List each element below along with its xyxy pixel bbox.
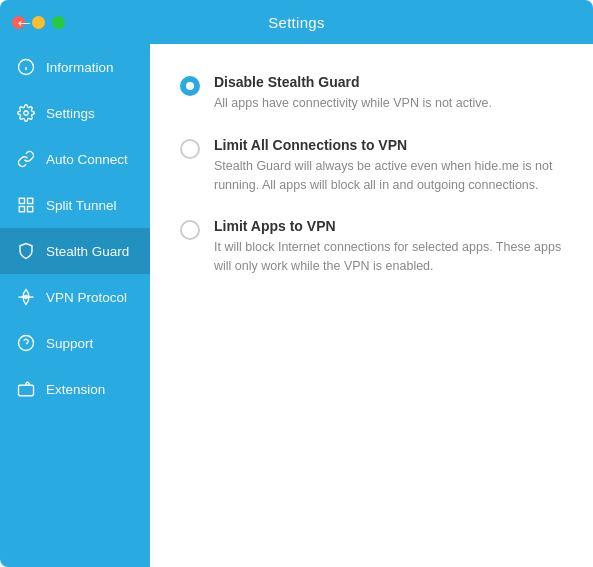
option-limit-all-text: Limit All Connections to VPN Stealth Gua… (214, 137, 563, 195)
link-icon (16, 149, 36, 169)
option-limit-apps-title: Limit Apps to VPN (214, 218, 563, 234)
info-icon (16, 57, 36, 77)
sidebar-item-settings[interactable]: Settings (0, 90, 150, 136)
option-limit-apps: Limit Apps to VPN It will block Internet… (180, 218, 563, 276)
option-limit-all-desc: Stealth Guard will always be active even… (214, 157, 563, 195)
svg-rect-11 (19, 385, 34, 396)
option-limit-apps-desc: It will block Internet connections for s… (214, 238, 563, 276)
radio-limit-apps[interactable] (180, 220, 200, 240)
help-icon (16, 333, 36, 353)
sidebar-item-split-tunnel[interactable]: Split Tunnel (0, 182, 150, 228)
network-icon (16, 287, 36, 307)
puzzle-icon (16, 379, 36, 399)
shield-icon (16, 241, 36, 261)
sidebar-item-information[interactable]: Information (0, 44, 150, 90)
svg-rect-7 (28, 207, 33, 212)
sidebar-label-support: Support (46, 336, 93, 351)
sidebar-label-auto-connect: Auto Connect (46, 152, 128, 167)
sidebar-item-stealth-guard[interactable]: Stealth Guard (0, 228, 150, 274)
svg-point-9 (19, 336, 34, 351)
option-disable-stealth-text: Disable Stealth Guard All apps have conn… (214, 74, 492, 113)
sidebar: Information Settings Auto Connect Split … (0, 44, 150, 567)
page-title: Settings (268, 14, 325, 31)
radio-disable-stealth[interactable] (180, 76, 200, 96)
sidebar-label-settings: Settings (46, 106, 95, 121)
back-button[interactable]: ← (14, 12, 34, 32)
option-disable-stealth: Disable Stealth Guard All apps have conn… (180, 74, 563, 113)
option-limit-all-title: Limit All Connections to VPN (214, 137, 563, 153)
svg-rect-4 (19, 198, 24, 203)
sidebar-label-information: Information (46, 60, 114, 75)
sidebar-item-vpn-protocol[interactable]: VPN Protocol (0, 274, 150, 320)
sidebar-item-extension[interactable]: Extension (0, 366, 150, 412)
titlebar: ← Settings (0, 0, 593, 44)
svg-rect-5 (28, 198, 33, 203)
option-limit-apps-text: Limit Apps to VPN It will block Internet… (214, 218, 563, 276)
option-disable-stealth-title: Disable Stealth Guard (214, 74, 492, 90)
grid-icon (16, 195, 36, 215)
content-area: Disable Stealth Guard All apps have conn… (150, 44, 593, 567)
sidebar-label-extension: Extension (46, 382, 105, 397)
gear-icon (16, 103, 36, 123)
main-layout: Information Settings Auto Connect Split … (0, 44, 593, 567)
sidebar-item-support[interactable]: Support (0, 320, 150, 366)
sidebar-label-split-tunnel: Split Tunnel (46, 198, 117, 213)
svg-point-3 (24, 111, 29, 116)
maximize-button[interactable] (52, 16, 65, 29)
sidebar-item-auto-connect[interactable]: Auto Connect (0, 136, 150, 182)
option-limit-all: Limit All Connections to VPN Stealth Gua… (180, 137, 563, 195)
sidebar-label-vpn-protocol: VPN Protocol (46, 290, 127, 305)
sidebar-label-stealth-guard: Stealth Guard (46, 244, 129, 259)
radio-limit-all[interactable] (180, 139, 200, 159)
option-disable-stealth-desc: All apps have connectivity while VPN is … (214, 94, 492, 113)
svg-rect-6 (19, 207, 24, 212)
